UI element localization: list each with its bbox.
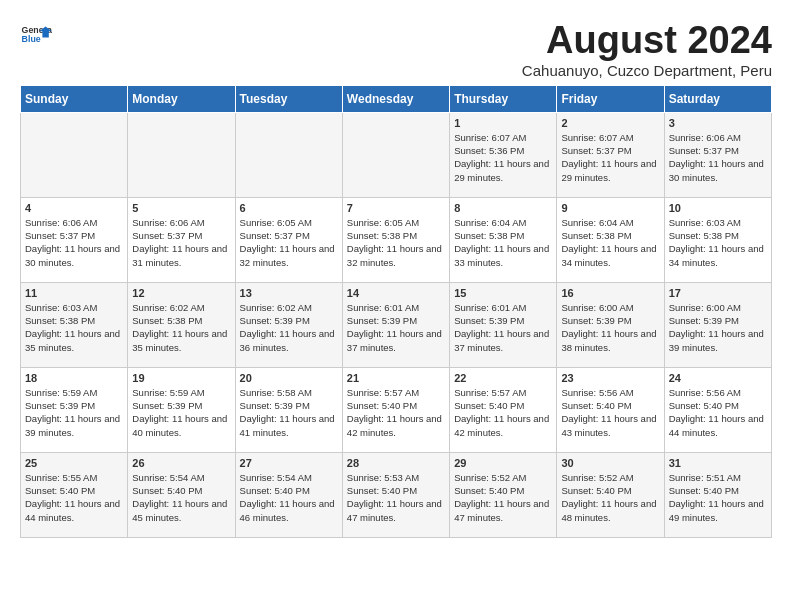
- calendar-cell: 24Sunrise: 5:56 AM Sunset: 5:40 PM Dayli…: [664, 367, 771, 452]
- day-number: 7: [347, 202, 445, 214]
- day-detail: Sunrise: 6:04 AM Sunset: 5:38 PM Dayligh…: [561, 216, 659, 269]
- day-number: 8: [454, 202, 552, 214]
- calendar-cell: 18Sunrise: 5:59 AM Sunset: 5:39 PM Dayli…: [21, 367, 128, 452]
- calendar-cell: 11Sunrise: 6:03 AM Sunset: 5:38 PM Dayli…: [21, 282, 128, 367]
- calendar-cell: 12Sunrise: 6:02 AM Sunset: 5:38 PM Dayli…: [128, 282, 235, 367]
- calendar-cell: 30Sunrise: 5:52 AM Sunset: 5:40 PM Dayli…: [557, 452, 664, 537]
- day-number: 26: [132, 457, 230, 469]
- calendar-cell: 1Sunrise: 6:07 AM Sunset: 5:36 PM Daylig…: [450, 112, 557, 197]
- calendar-cell: 10Sunrise: 6:03 AM Sunset: 5:38 PM Dayli…: [664, 197, 771, 282]
- col-tuesday: Tuesday: [235, 85, 342, 112]
- calendar-week-row: 11Sunrise: 6:03 AM Sunset: 5:38 PM Dayli…: [21, 282, 772, 367]
- col-monday: Monday: [128, 85, 235, 112]
- calendar-cell: 6Sunrise: 6:05 AM Sunset: 5:37 PM Daylig…: [235, 197, 342, 282]
- calendar-cell: 31Sunrise: 5:51 AM Sunset: 5:40 PM Dayli…: [664, 452, 771, 537]
- day-detail: Sunrise: 6:05 AM Sunset: 5:37 PM Dayligh…: [240, 216, 338, 269]
- day-detail: Sunrise: 6:01 AM Sunset: 5:39 PM Dayligh…: [347, 301, 445, 354]
- calendar-body: 1Sunrise: 6:07 AM Sunset: 5:36 PM Daylig…: [21, 112, 772, 537]
- day-detail: Sunrise: 6:03 AM Sunset: 5:38 PM Dayligh…: [25, 301, 123, 354]
- day-detail: Sunrise: 5:51 AM Sunset: 5:40 PM Dayligh…: [669, 471, 767, 524]
- calendar-cell: 2Sunrise: 6:07 AM Sunset: 5:37 PM Daylig…: [557, 112, 664, 197]
- calendar-cell: 26Sunrise: 5:54 AM Sunset: 5:40 PM Dayli…: [128, 452, 235, 537]
- calendar-cell: 14Sunrise: 6:01 AM Sunset: 5:39 PM Dayli…: [342, 282, 449, 367]
- day-detail: Sunrise: 6:04 AM Sunset: 5:38 PM Dayligh…: [454, 216, 552, 269]
- calendar-cell: 27Sunrise: 5:54 AM Sunset: 5:40 PM Dayli…: [235, 452, 342, 537]
- day-number: 16: [561, 287, 659, 299]
- day-number: 25: [25, 457, 123, 469]
- day-detail: Sunrise: 5:57 AM Sunset: 5:40 PM Dayligh…: [454, 386, 552, 439]
- logo: General Blue: [20, 20, 52, 52]
- day-number: 21: [347, 372, 445, 384]
- calendar-cell: [235, 112, 342, 197]
- col-friday: Friday: [557, 85, 664, 112]
- day-detail: Sunrise: 5:59 AM Sunset: 5:39 PM Dayligh…: [25, 386, 123, 439]
- day-number: 31: [669, 457, 767, 469]
- day-number: 9: [561, 202, 659, 214]
- logo-icon: General Blue: [20, 20, 52, 52]
- calendar-cell: 3Sunrise: 6:06 AM Sunset: 5:37 PM Daylig…: [664, 112, 771, 197]
- day-number: 17: [669, 287, 767, 299]
- day-detail: Sunrise: 5:55 AM Sunset: 5:40 PM Dayligh…: [25, 471, 123, 524]
- day-detail: Sunrise: 5:59 AM Sunset: 5:39 PM Dayligh…: [132, 386, 230, 439]
- calendar-header-row: Sunday Monday Tuesday Wednesday Thursday…: [21, 85, 772, 112]
- day-detail: Sunrise: 5:58 AM Sunset: 5:39 PM Dayligh…: [240, 386, 338, 439]
- calendar-cell: 20Sunrise: 5:58 AM Sunset: 5:39 PM Dayli…: [235, 367, 342, 452]
- day-detail: Sunrise: 6:00 AM Sunset: 5:39 PM Dayligh…: [669, 301, 767, 354]
- day-detail: Sunrise: 6:07 AM Sunset: 5:36 PM Dayligh…: [454, 131, 552, 184]
- calendar-cell: [21, 112, 128, 197]
- calendar-week-row: 25Sunrise: 5:55 AM Sunset: 5:40 PM Dayli…: [21, 452, 772, 537]
- day-number: 24: [669, 372, 767, 384]
- day-detail: Sunrise: 6:06 AM Sunset: 5:37 PM Dayligh…: [669, 131, 767, 184]
- day-number: 28: [347, 457, 445, 469]
- day-number: 23: [561, 372, 659, 384]
- page-header: General Blue August 2024 Cahuanuyo, Cuzc…: [20, 20, 772, 79]
- calendar-cell: 13Sunrise: 6:02 AM Sunset: 5:39 PM Dayli…: [235, 282, 342, 367]
- day-detail: Sunrise: 6:01 AM Sunset: 5:39 PM Dayligh…: [454, 301, 552, 354]
- calendar-week-row: 1Sunrise: 6:07 AM Sunset: 5:36 PM Daylig…: [21, 112, 772, 197]
- day-number: 5: [132, 202, 230, 214]
- calendar-cell: 19Sunrise: 5:59 AM Sunset: 5:39 PM Dayli…: [128, 367, 235, 452]
- day-detail: Sunrise: 5:56 AM Sunset: 5:40 PM Dayligh…: [669, 386, 767, 439]
- day-number: 11: [25, 287, 123, 299]
- col-thursday: Thursday: [450, 85, 557, 112]
- day-detail: Sunrise: 6:06 AM Sunset: 5:37 PM Dayligh…: [25, 216, 123, 269]
- main-title: August 2024: [522, 20, 772, 62]
- day-detail: Sunrise: 5:54 AM Sunset: 5:40 PM Dayligh…: [240, 471, 338, 524]
- day-number: 1: [454, 117, 552, 129]
- calendar-cell: 25Sunrise: 5:55 AM Sunset: 5:40 PM Dayli…: [21, 452, 128, 537]
- day-detail: Sunrise: 5:52 AM Sunset: 5:40 PM Dayligh…: [454, 471, 552, 524]
- day-detail: Sunrise: 6:02 AM Sunset: 5:38 PM Dayligh…: [132, 301, 230, 354]
- calendar-cell: 15Sunrise: 6:01 AM Sunset: 5:39 PM Dayli…: [450, 282, 557, 367]
- day-number: 19: [132, 372, 230, 384]
- day-detail: Sunrise: 6:00 AM Sunset: 5:39 PM Dayligh…: [561, 301, 659, 354]
- day-number: 22: [454, 372, 552, 384]
- day-number: 29: [454, 457, 552, 469]
- calendar-cell: 7Sunrise: 6:05 AM Sunset: 5:38 PM Daylig…: [342, 197, 449, 282]
- subtitle: Cahuanuyo, Cuzco Department, Peru: [522, 62, 772, 79]
- day-detail: Sunrise: 5:57 AM Sunset: 5:40 PM Dayligh…: [347, 386, 445, 439]
- day-number: 18: [25, 372, 123, 384]
- day-detail: Sunrise: 5:56 AM Sunset: 5:40 PM Dayligh…: [561, 386, 659, 439]
- day-number: 20: [240, 372, 338, 384]
- day-number: 3: [669, 117, 767, 129]
- svg-text:Blue: Blue: [22, 34, 41, 44]
- day-number: 2: [561, 117, 659, 129]
- calendar-cell: 23Sunrise: 5:56 AM Sunset: 5:40 PM Dayli…: [557, 367, 664, 452]
- day-detail: Sunrise: 6:05 AM Sunset: 5:38 PM Dayligh…: [347, 216, 445, 269]
- calendar-cell: [128, 112, 235, 197]
- day-number: 30: [561, 457, 659, 469]
- calendar-table: Sunday Monday Tuesday Wednesday Thursday…: [20, 85, 772, 538]
- day-detail: Sunrise: 5:54 AM Sunset: 5:40 PM Dayligh…: [132, 471, 230, 524]
- calendar-cell: [342, 112, 449, 197]
- day-number: 6: [240, 202, 338, 214]
- col-sunday: Sunday: [21, 85, 128, 112]
- day-detail: Sunrise: 5:52 AM Sunset: 5:40 PM Dayligh…: [561, 471, 659, 524]
- calendar-cell: 22Sunrise: 5:57 AM Sunset: 5:40 PM Dayli…: [450, 367, 557, 452]
- col-wednesday: Wednesday: [342, 85, 449, 112]
- day-detail: Sunrise: 6:03 AM Sunset: 5:38 PM Dayligh…: [669, 216, 767, 269]
- title-block: August 2024 Cahuanuyo, Cuzco Department,…: [522, 20, 772, 79]
- calendar-cell: 4Sunrise: 6:06 AM Sunset: 5:37 PM Daylig…: [21, 197, 128, 282]
- calendar-cell: 16Sunrise: 6:00 AM Sunset: 5:39 PM Dayli…: [557, 282, 664, 367]
- day-number: 27: [240, 457, 338, 469]
- day-number: 10: [669, 202, 767, 214]
